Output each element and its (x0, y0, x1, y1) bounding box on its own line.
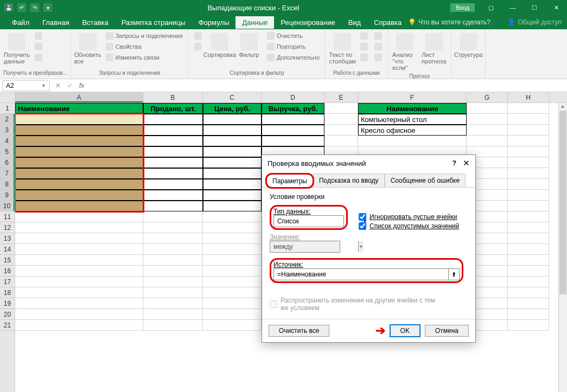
cell[interactable] (262, 114, 324, 125)
cell[interactable] (508, 320, 549, 331)
tab-review[interactable]: Рецензирование (274, 16, 341, 29)
sort-az-button[interactable] (192, 31, 204, 41)
cell[interactable] (203, 201, 262, 211)
clear-all-button[interactable]: Очистить все (269, 325, 329, 337)
cell[interactable] (508, 114, 549, 125)
row-header[interactable]: 21 (0, 320, 15, 331)
accept-formula-icon[interactable]: ✓ (64, 82, 76, 89)
tab-help[interactable]: Справка (367, 16, 408, 29)
select-all-button[interactable] (0, 92, 15, 103)
cell[interactable] (508, 233, 549, 244)
cell[interactable] (15, 146, 143, 157)
vertical-scrollbar[interactable]: ▲ ▼ (558, 103, 567, 392)
undo-icon[interactable]: ↶ (17, 3, 26, 12)
column-header[interactable]: G (467, 92, 508, 102)
cell[interactable] (508, 201, 549, 211)
maximize-icon[interactable]: ☐ (524, 0, 545, 15)
cell[interactable] (203, 277, 262, 287)
forecast-sheet-button[interactable]: Лист прогноза (421, 31, 448, 67)
cell[interactable] (143, 320, 203, 331)
cell[interactable] (324, 114, 358, 125)
row-header[interactable]: 18 (0, 287, 15, 298)
cell[interactable] (143, 179, 203, 190)
cell[interactable] (467, 114, 508, 125)
cell[interactable] (203, 114, 262, 125)
cell[interactable] (143, 146, 203, 157)
cell[interactable] (15, 287, 143, 298)
fx-icon[interactable]: fx (76, 82, 87, 89)
cell[interactable] (508, 287, 549, 298)
remove-dup-button[interactable] (358, 42, 370, 52)
tab-error-alert[interactable]: Сообщение об ошибке (385, 173, 466, 187)
consolidate-button[interactable] (372, 31, 384, 41)
what-if-button[interactable]: Анализ "что если" (391, 31, 418, 73)
tab-file[interactable]: Файл (5, 16, 36, 29)
scrollbar-thumb[interactable] (559, 111, 566, 294)
cell[interactable] (15, 266, 143, 277)
text-to-columns-button[interactable]: Текст по столбцам (329, 31, 356, 67)
data-validation-button[interactable] (358, 53, 370, 62)
get-data-button[interactable]: Получить данные (3, 31, 30, 67)
refresh-all-button[interactable]: Обновить все (74, 31, 101, 67)
cell[interactable] (508, 136, 549, 146)
cell[interactable] (203, 146, 262, 157)
row-header[interactable]: 4 (0, 136, 15, 146)
cell[interactable] (15, 201, 143, 211)
cell[interactable] (15, 222, 143, 233)
tab-home[interactable]: Главная (36, 16, 75, 29)
column-header[interactable]: D (262, 92, 324, 102)
in-cell-dropdown-checkbox[interactable]: Список допустимых значений (359, 222, 459, 230)
cell[interactable] (143, 287, 203, 298)
cell[interactable]: Кресло офисное (358, 125, 467, 136)
cell[interactable] (203, 157, 262, 168)
row-header[interactable]: 20 (0, 309, 15, 320)
cell[interactable] (203, 136, 262, 146)
column-header[interactable]: B (143, 92, 203, 102)
cell[interactable] (203, 168, 262, 179)
cell[interactable] (143, 136, 203, 146)
qat-customize-icon[interactable]: ▾ (43, 3, 52, 12)
tab-parameters[interactable]: Параметры (266, 174, 313, 188)
cell[interactable] (143, 266, 203, 277)
sort-button[interactable]: Сортировка (206, 31, 233, 60)
row-header[interactable]: 19 (0, 298, 15, 309)
row-header[interactable]: 14 (0, 244, 15, 255)
cell[interactable] (143, 222, 203, 233)
cell[interactable] (143, 298, 203, 309)
cell[interactable] (324, 103, 358, 114)
row-header[interactable]: 5 (0, 146, 15, 157)
cell[interactable] (143, 168, 203, 179)
cell[interactable] (15, 136, 143, 146)
row-header[interactable]: 12 (0, 222, 15, 233)
tab-page-layout[interactable]: Разметка страницы (115, 16, 192, 29)
cell[interactable] (203, 298, 262, 309)
cell[interactable] (143, 255, 203, 266)
scroll-up-icon[interactable]: ▲ (559, 103, 566, 109)
cell[interactable] (508, 179, 549, 190)
cell[interactable] (15, 277, 143, 287)
cell[interactable]: Наименование (15, 103, 143, 114)
cell[interactable]: Продано, шт. (143, 103, 203, 114)
cell[interactable] (203, 255, 262, 266)
cell[interactable] (143, 277, 203, 287)
row-header[interactable]: 13 (0, 233, 15, 244)
ok-button[interactable]: OK (390, 324, 421, 337)
row-header[interactable]: 10 (0, 201, 15, 211)
cell[interactable] (262, 125, 324, 136)
minimize-icon[interactable]: — (502, 0, 524, 15)
cell[interactable]: Выручка, руб. (262, 103, 324, 114)
cell[interactable] (203, 233, 262, 244)
cell[interactable] (15, 255, 143, 266)
cell[interactable] (203, 320, 262, 331)
clear-filter-button[interactable]: Очистить (265, 31, 322, 41)
cancel-button[interactable]: Отмена (425, 325, 469, 337)
column-header[interactable]: F (358, 92, 467, 102)
advanced-filter-button[interactable]: Дополнительно (265, 53, 322, 62)
cell[interactable]: Цена, руб. (203, 103, 262, 114)
relationships-button[interactable] (372, 42, 384, 52)
row-header[interactable]: 7 (0, 168, 15, 179)
cell[interactable] (15, 190, 143, 201)
sort-za-button[interactable] (192, 42, 204, 52)
row-header[interactable]: 1 (0, 103, 15, 114)
cell[interactable] (15, 179, 143, 190)
